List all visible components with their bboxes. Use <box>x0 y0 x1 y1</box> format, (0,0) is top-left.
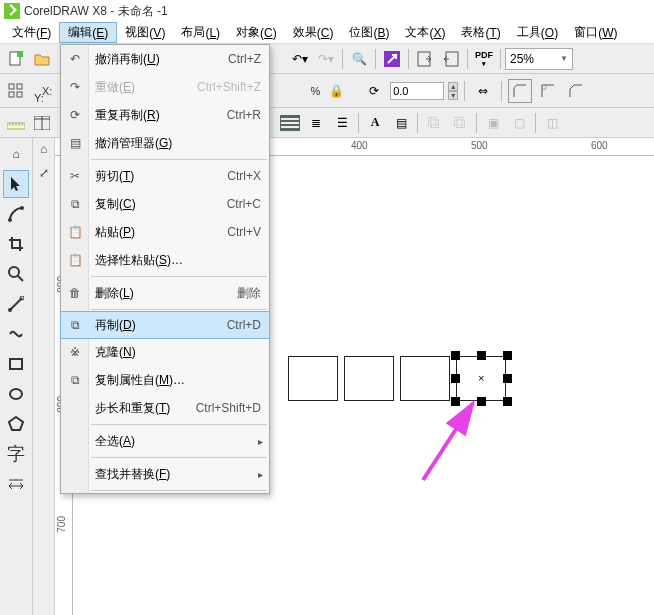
rectangle-object[interactable] <box>400 356 450 401</box>
copy-icon: ⧉ <box>65 194 85 214</box>
ruler-toggle-icon[interactable] <box>4 111 28 135</box>
separator <box>408 49 409 69</box>
menu-item-cut[interactable]: ✂剪切(T)Ctrl+X <box>61 162 269 190</box>
selection-handle[interactable] <box>451 374 460 383</box>
artistic-tool-icon[interactable] <box>3 320 29 348</box>
menu-item-clone[interactable]: ※克隆(N) <box>61 338 269 366</box>
svg-rect-5 <box>9 84 14 89</box>
rotate-spin[interactable]: ▲▼ <box>448 82 458 100</box>
zoom-tool-icon[interactable] <box>3 260 29 288</box>
zoom-combo[interactable]: 25% ▼ <box>505 48 573 70</box>
home-mini-icon[interactable]: ⌂ <box>35 140 53 158</box>
selection-handle[interactable] <box>503 397 512 406</box>
menu-tools[interactable]: 工具(O) <box>509 22 566 43</box>
grid-view-icon[interactable] <box>4 79 28 103</box>
freehand-tool-icon[interactable] <box>3 290 29 318</box>
menu-item-查找并替换[interactable]: 查找并替换(F) <box>61 460 269 488</box>
selection-handle[interactable] <box>503 374 512 383</box>
menu-text[interactable]: 文本(X) <box>397 22 453 43</box>
menu-item-undo[interactable]: ↶撤消再制(U)Ctrl+Z <box>61 45 269 73</box>
menu-shortcut: Ctrl+D <box>227 318 261 332</box>
separator <box>535 113 536 133</box>
separator <box>358 113 359 133</box>
list-icon[interactable]: ☰ <box>330 111 354 135</box>
menu-item-paste[interactable]: 📋粘贴(P)Ctrl+V <box>61 218 269 246</box>
menu-layout[interactable]: 布局(L) <box>173 22 228 43</box>
menu-item-copy-props[interactable]: ⧉复制属性自(M)… <box>61 366 269 394</box>
combine-icon[interactable]: ▣ <box>481 111 505 135</box>
redo-dropdown-icon[interactable]: ↷▾ <box>314 47 338 71</box>
crop-tool-icon[interactable] <box>3 230 29 258</box>
paste-special-icon: 📋 <box>65 250 85 270</box>
parallel-dim-icon[interactable] <box>3 470 29 498</box>
rectangle-tool-icon[interactable] <box>3 350 29 378</box>
menu-item-delete[interactable]: 🗑删除(L)删除 <box>61 279 269 307</box>
table-icon[interactable] <box>30 111 54 135</box>
menu-item-history[interactable]: ▤撤消管理器(G) <box>61 129 269 157</box>
window-title: CorelDRAW X8 - 未命名 -1 <box>24 3 168 20</box>
ungroup-icon[interactable]: ⿻ <box>448 111 472 135</box>
char-format-icon[interactable]: ▤ <box>389 111 413 135</box>
menu-window[interactable]: 窗口(W) <box>566 22 625 43</box>
menu-item-copy[interactable]: ⧉复制(C)Ctrl+C <box>61 190 269 218</box>
menu-item-全选[interactable]: 全选(A) <box>61 427 269 455</box>
menu-object[interactable]: 对象(C) <box>228 22 285 43</box>
rectangle-object[interactable] <box>344 356 394 401</box>
export-icon[interactable] <box>439 47 463 71</box>
pick-tool-icon[interactable] <box>3 170 29 198</box>
text-a-icon[interactable]: A <box>363 111 387 135</box>
menu-view[interactable]: 视图(V) <box>117 22 173 43</box>
open-icon[interactable] <box>30 47 54 71</box>
undo-dropdown-icon[interactable]: ↶▾ <box>288 47 312 71</box>
chevron-down-icon: ▼ <box>560 54 568 63</box>
menu-item-步长和重复[interactable]: 步长和重复(T)Ctrl+Shift+D <box>61 394 269 422</box>
menu-item-repeat[interactable]: ⟳重复再制(R)Ctrl+R <box>61 101 269 129</box>
corner-style-2-icon[interactable] <box>536 79 560 103</box>
menu-shortcut: Ctrl+R <box>227 108 261 122</box>
selection-handle[interactable] <box>451 397 460 406</box>
selection-handle[interactable] <box>451 351 460 360</box>
menu-separator <box>91 490 267 491</box>
menu-shortcut: Ctrl+X <box>227 169 261 183</box>
menu-separator <box>91 159 267 160</box>
menu-effect[interactable]: 效果(C) <box>285 22 342 43</box>
shape-tool-icon[interactable] <box>3 200 29 228</box>
import-icon[interactable] <box>413 47 437 71</box>
menu-item-paste-special[interactable]: 📋选择性粘贴(S)… <box>61 246 269 274</box>
menu-separator <box>91 457 267 458</box>
flip-h-icon[interactable]: ⇔ <box>471 79 495 103</box>
break-icon[interactable]: ▢ <box>507 111 531 135</box>
home-icon[interactable]: ⌂ <box>3 140 29 168</box>
new-doc-icon[interactable] <box>4 47 28 71</box>
launch-icon[interactable] <box>380 47 404 71</box>
menu-bitmap[interactable]: 位图(B) <box>341 22 397 43</box>
container-icon[interactable]: ◫ <box>540 111 564 135</box>
menu-edit[interactable]: 编辑(E) <box>59 22 117 43</box>
rectangle-object[interactable] <box>288 356 338 401</box>
clone-icon: ※ <box>65 342 85 362</box>
selection-handle[interactable] <box>477 351 486 360</box>
menu-item-label: 选择性粘贴(S)… <box>95 252 183 269</box>
rotate-field[interactable] <box>390 82 444 100</box>
corner-style-3-icon[interactable] <box>564 79 588 103</box>
toolbox: ⌂ 字 <box>0 138 33 615</box>
align-para-icon[interactable]: ≣ <box>304 111 328 135</box>
ellipse-tool-icon[interactable] <box>3 380 29 408</box>
delete-icon: 🗑 <box>65 283 85 303</box>
selection-handle[interactable] <box>503 351 512 360</box>
menu-file[interactable]: 文件(F) <box>4 22 59 43</box>
corner-style-1-icon[interactable] <box>508 79 532 103</box>
lock-ratio-icon[interactable]: 🔒 <box>324 79 348 103</box>
selection-handle[interactable] <box>477 397 486 406</box>
separator <box>467 49 468 69</box>
pdf-export-icon[interactable]: PDF▾ <box>472 47 496 71</box>
menu-item-label: 全选(A) <box>95 433 135 450</box>
polygon-tool-icon[interactable] <box>3 410 29 438</box>
group-icon[interactable]: ⿻ <box>422 111 446 135</box>
pin-mini-icon[interactable]: ⤢ <box>35 164 53 182</box>
menu-table[interactable]: 表格(T) <box>453 22 508 43</box>
hatch-icon[interactable] <box>278 111 302 135</box>
text-tool-icon[interactable]: 字 <box>3 440 29 468</box>
search-icon[interactable]: 🔍 <box>347 47 371 71</box>
menu-item-duplicate[interactable]: ⧉再制(D)Ctrl+D <box>60 311 270 339</box>
